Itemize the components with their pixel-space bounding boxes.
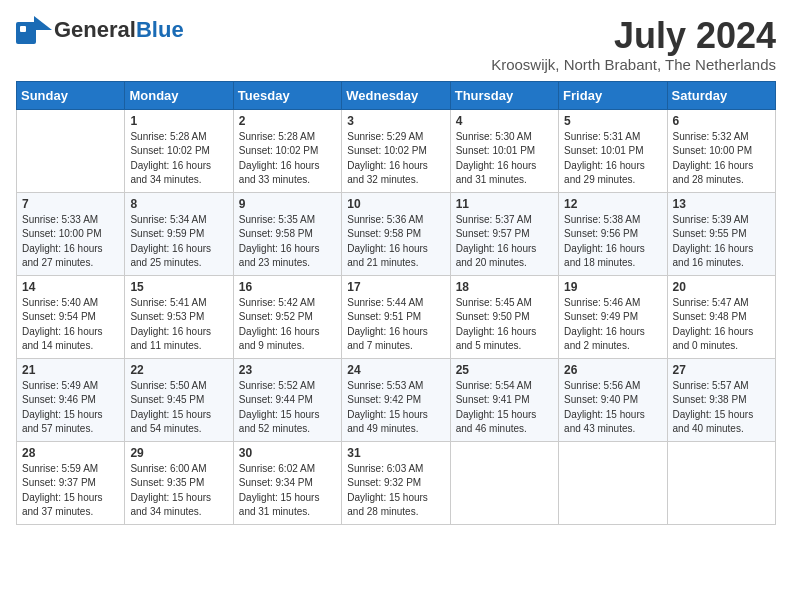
svg-marker-1 [34,16,52,30]
calendar-cell: 7Sunrise: 5:33 AM Sunset: 10:00 PM Dayli… [17,192,125,275]
cell-sun-info: Sunrise: 6:03 AM Sunset: 9:32 PM Dayligh… [347,462,444,520]
calendar-cell: 23Sunrise: 5:52 AM Sunset: 9:44 PM Dayli… [233,358,341,441]
cell-sun-info: Sunrise: 5:45 AM Sunset: 9:50 PM Dayligh… [456,296,553,354]
calendar-cell: 8Sunrise: 5:34 AM Sunset: 9:59 PM Daylig… [125,192,233,275]
svg-rect-0 [16,22,36,44]
cell-sun-info: Sunrise: 5:28 AM Sunset: 10:02 PM Daylig… [239,130,336,188]
cell-sun-info: Sunrise: 5:33 AM Sunset: 10:00 PM Daylig… [22,213,119,271]
day-number: 20 [673,280,770,294]
cell-sun-info: Sunrise: 5:36 AM Sunset: 9:58 PM Dayligh… [347,213,444,271]
calendar-cell: 21Sunrise: 5:49 AM Sunset: 9:46 PM Dayli… [17,358,125,441]
calendar-cell: 20Sunrise: 5:47 AM Sunset: 9:48 PM Dayli… [667,275,775,358]
calendar-cell: 4Sunrise: 5:30 AM Sunset: 10:01 PM Dayli… [450,109,558,192]
calendar-week-row: 28Sunrise: 5:59 AM Sunset: 9:37 PM Dayli… [17,441,776,524]
day-number: 16 [239,280,336,294]
calendar-cell: 16Sunrise: 5:42 AM Sunset: 9:52 PM Dayli… [233,275,341,358]
cell-sun-info: Sunrise: 5:42 AM Sunset: 9:52 PM Dayligh… [239,296,336,354]
calendar-cell: 19Sunrise: 5:46 AM Sunset: 9:49 PM Dayli… [559,275,667,358]
day-number: 21 [22,363,119,377]
day-number: 30 [239,446,336,460]
cell-sun-info: Sunrise: 5:59 AM Sunset: 9:37 PM Dayligh… [22,462,119,520]
calendar-cell [667,441,775,524]
weekday-header-row: SundayMondayTuesdayWednesdayThursdayFrid… [17,81,776,109]
calendar-cell: 24Sunrise: 5:53 AM Sunset: 9:42 PM Dayli… [342,358,450,441]
cell-sun-info: Sunrise: 6:00 AM Sunset: 9:35 PM Dayligh… [130,462,227,520]
calendar-cell: 10Sunrise: 5:36 AM Sunset: 9:58 PM Dayli… [342,192,450,275]
calendar-cell [559,441,667,524]
calendar-cell: 25Sunrise: 5:54 AM Sunset: 9:41 PM Dayli… [450,358,558,441]
cell-sun-info: Sunrise: 6:02 AM Sunset: 9:34 PM Dayligh… [239,462,336,520]
day-number: 9 [239,197,336,211]
day-number: 22 [130,363,227,377]
cell-sun-info: Sunrise: 5:31 AM Sunset: 10:01 PM Daylig… [564,130,661,188]
day-number: 19 [564,280,661,294]
day-number: 17 [347,280,444,294]
cell-sun-info: Sunrise: 5:57 AM Sunset: 9:38 PM Dayligh… [673,379,770,437]
cell-sun-info: Sunrise: 5:47 AM Sunset: 9:48 PM Dayligh… [673,296,770,354]
weekday-header-friday: Friday [559,81,667,109]
calendar-cell: 29Sunrise: 6:00 AM Sunset: 9:35 PM Dayli… [125,441,233,524]
calendar-cell: 27Sunrise: 5:57 AM Sunset: 9:38 PM Dayli… [667,358,775,441]
day-number: 5 [564,114,661,128]
day-number: 23 [239,363,336,377]
day-number: 29 [130,446,227,460]
day-number: 2 [239,114,336,128]
cell-sun-info: Sunrise: 5:37 AM Sunset: 9:57 PM Dayligh… [456,213,553,271]
logo-text: GeneralBlue [54,19,184,41]
calendar-cell: 15Sunrise: 5:41 AM Sunset: 9:53 PM Dayli… [125,275,233,358]
calendar-cell: 22Sunrise: 5:50 AM Sunset: 9:45 PM Dayli… [125,358,233,441]
calendar-cell: 9Sunrise: 5:35 AM Sunset: 9:58 PM Daylig… [233,192,341,275]
day-number: 12 [564,197,661,211]
title-area: July 2024 Krooswijk, North Brabant, The … [491,16,776,73]
cell-sun-info: Sunrise: 5:53 AM Sunset: 9:42 PM Dayligh… [347,379,444,437]
day-number: 1 [130,114,227,128]
cell-sun-info: Sunrise: 5:54 AM Sunset: 9:41 PM Dayligh… [456,379,553,437]
cell-sun-info: Sunrise: 5:39 AM Sunset: 9:55 PM Dayligh… [673,213,770,271]
day-number: 13 [673,197,770,211]
weekday-header-sunday: Sunday [17,81,125,109]
cell-sun-info: Sunrise: 5:35 AM Sunset: 9:58 PM Dayligh… [239,213,336,271]
cell-sun-info: Sunrise: 5:56 AM Sunset: 9:40 PM Dayligh… [564,379,661,437]
calendar-cell: 31Sunrise: 6:03 AM Sunset: 9:32 PM Dayli… [342,441,450,524]
calendar-cell: 18Sunrise: 5:45 AM Sunset: 9:50 PM Dayli… [450,275,558,358]
day-number: 18 [456,280,553,294]
cell-sun-info: Sunrise: 5:41 AM Sunset: 9:53 PM Dayligh… [130,296,227,354]
weekday-header-saturday: Saturday [667,81,775,109]
logo-icon [16,16,52,44]
calendar-week-row: 21Sunrise: 5:49 AM Sunset: 9:46 PM Dayli… [17,358,776,441]
cell-sun-info: Sunrise: 5:46 AM Sunset: 9:49 PM Dayligh… [564,296,661,354]
calendar-cell: 30Sunrise: 6:02 AM Sunset: 9:34 PM Dayli… [233,441,341,524]
day-number: 11 [456,197,553,211]
weekday-header-wednesday: Wednesday [342,81,450,109]
calendar-cell: 11Sunrise: 5:37 AM Sunset: 9:57 PM Dayli… [450,192,558,275]
weekday-header-tuesday: Tuesday [233,81,341,109]
cell-sun-info: Sunrise: 5:50 AM Sunset: 9:45 PM Dayligh… [130,379,227,437]
calendar-cell: 28Sunrise: 5:59 AM Sunset: 9:37 PM Dayli… [17,441,125,524]
day-number: 8 [130,197,227,211]
day-number: 27 [673,363,770,377]
cell-sun-info: Sunrise: 5:38 AM Sunset: 9:56 PM Dayligh… [564,213,661,271]
day-number: 26 [564,363,661,377]
day-number: 4 [456,114,553,128]
day-number: 10 [347,197,444,211]
day-number: 3 [347,114,444,128]
calendar-header: SundayMondayTuesdayWednesdayThursdayFrid… [17,81,776,109]
day-number: 28 [22,446,119,460]
calendar-cell: 3Sunrise: 5:29 AM Sunset: 10:02 PM Dayli… [342,109,450,192]
logo-blue-text: Blue [136,17,184,42]
cell-sun-info: Sunrise: 5:29 AM Sunset: 10:02 PM Daylig… [347,130,444,188]
day-number: 25 [456,363,553,377]
day-number: 14 [22,280,119,294]
cell-sun-info: Sunrise: 5:49 AM Sunset: 9:46 PM Dayligh… [22,379,119,437]
calendar-body: 1Sunrise: 5:28 AM Sunset: 10:02 PM Dayli… [17,109,776,524]
calendar-cell: 26Sunrise: 5:56 AM Sunset: 9:40 PM Dayli… [559,358,667,441]
day-number: 7 [22,197,119,211]
weekday-header-monday: Monday [125,81,233,109]
logo-general-text: General [54,17,136,42]
calendar-table: SundayMondayTuesdayWednesdayThursdayFrid… [16,81,776,525]
calendar-cell: 5Sunrise: 5:31 AM Sunset: 10:01 PM Dayli… [559,109,667,192]
calendar-week-row: 7Sunrise: 5:33 AM Sunset: 10:00 PM Dayli… [17,192,776,275]
calendar-cell: 12Sunrise: 5:38 AM Sunset: 9:56 PM Dayli… [559,192,667,275]
calendar-cell [450,441,558,524]
day-number: 6 [673,114,770,128]
